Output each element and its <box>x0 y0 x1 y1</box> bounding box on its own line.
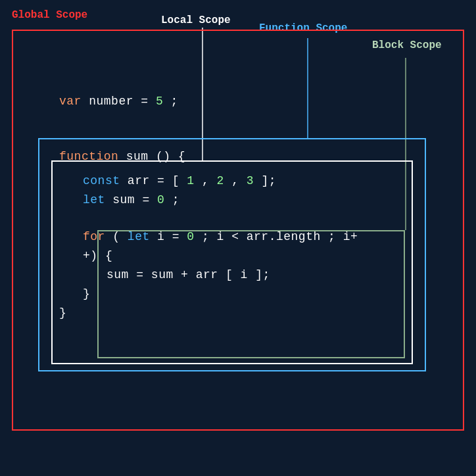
code-line-5 <box>59 209 358 227</box>
local-scope-label: Local Scope <box>161 14 231 26</box>
var-arr: arr <box>128 174 157 187</box>
var-number: number <box>89 95 141 108</box>
code-line-9: } <box>59 285 358 304</box>
var-sum: sum <box>112 193 142 206</box>
close-brace-outer: } <box>59 306 66 320</box>
keyword-let-i: let <box>128 230 150 243</box>
code-line-6: for ( let i = 0 ; i < arr.length ; i+ <box>59 227 358 247</box>
semi-1: ; <box>171 95 178 108</box>
sq-bracket-open: [ <box>226 268 233 281</box>
code-line-2: function sum () { <box>59 147 358 166</box>
num-0: 0 <box>157 193 164 206</box>
code-line-1: var number = 5 ; <box>59 92 178 111</box>
sum-ref: sum <box>151 268 181 281</box>
num-3: 3 <box>247 174 254 187</box>
semi-3: ; <box>202 230 217 243</box>
semi-2: ; <box>172 193 179 206</box>
comma-1: , <box>202 174 217 187</box>
sum-assign: sum <box>107 268 136 281</box>
num-5: 5 <box>156 95 163 108</box>
close-brace-inner: } <box>83 287 90 300</box>
arr-i: arr <box>196 268 218 281</box>
function-code-block: function sum () { const arr = [ 1 , 2 , … <box>59 147 358 322</box>
var-i: i <box>157 230 172 243</box>
fn-name: sum <box>126 150 149 163</box>
arr-length: arr.length <box>247 230 321 243</box>
increment-2: +) { <box>83 249 112 262</box>
num-1: 1 <box>187 174 194 187</box>
code-line-10: } <box>59 304 358 323</box>
keyword-const: const <box>83 174 120 187</box>
for-paren: ( <box>112 230 120 243</box>
paren-open: () { <box>156 150 185 163</box>
equals-4: = <box>172 230 187 243</box>
equals-2: = <box>157 174 172 187</box>
global-scope-label: Global Scope <box>12 9 87 21</box>
bracket-open: [ <box>172 174 179 187</box>
keyword-for: for <box>83 230 105 243</box>
num-0-2: 0 <box>187 230 194 243</box>
code-line-8: sum = sum + arr [ i ]; <box>59 266 358 285</box>
semi-4: ; <box>328 230 343 243</box>
code-line-4: let sum = 0 ; <box>59 191 358 210</box>
equals-1: = <box>141 95 156 108</box>
code-line-7: +) { <box>59 247 358 266</box>
code-line-3: const arr = [ 1 , 2 , 3 ]; <box>59 172 358 191</box>
i-ref: i <box>241 268 248 281</box>
num-2: 2 <box>217 174 224 187</box>
increment: i+ <box>343 230 358 243</box>
equals-5: = <box>136 268 151 281</box>
diagram-container: Global Scope Local Scope Function Scope … <box>0 0 476 476</box>
keyword-var: var <box>59 95 82 108</box>
sq-bracket-close: ]; <box>255 268 270 281</box>
equals-3: = <box>142 193 157 206</box>
comma-2: , <box>231 174 247 187</box>
keyword-let-sum: let <box>83 193 105 206</box>
plus: + <box>181 268 196 281</box>
var-i-2: i <box>217 230 232 243</box>
bracket-close: ]; <box>261 174 276 187</box>
code-block: var number = 5 ; <box>59 92 178 111</box>
lt: < <box>231 230 247 243</box>
keyword-function: function <box>59 150 118 163</box>
